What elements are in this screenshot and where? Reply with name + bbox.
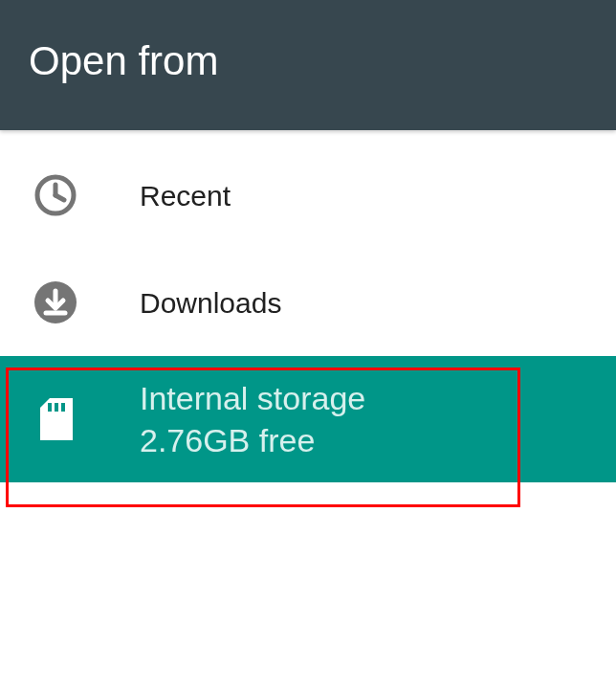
list-item-label: Internal storage bbox=[140, 377, 365, 419]
list-item-internal-storage[interactable]: Internal storage 2.76GB free bbox=[0, 356, 616, 482]
clock-icon bbox=[29, 168, 82, 222]
list-item-recent[interactable]: Recent bbox=[0, 142, 616, 249]
list-item-labels: Recent bbox=[140, 177, 231, 214]
storage-location-list: Recent Downloads Internal storage bbox=[0, 130, 616, 482]
sdcard-icon bbox=[29, 392, 82, 446]
list-item-label: Recent bbox=[140, 177, 231, 214]
list-item-labels: Downloads bbox=[140, 284, 281, 322]
svg-line-2 bbox=[55, 195, 64, 200]
page-title: Open from bbox=[29, 38, 587, 84]
list-item-downloads[interactable]: Downloads bbox=[0, 249, 616, 356]
svg-rect-8 bbox=[61, 403, 65, 412]
open-from-header: Open from bbox=[0, 0, 616, 130]
svg-rect-6 bbox=[48, 403, 52, 412]
download-icon bbox=[29, 276, 82, 329]
svg-rect-7 bbox=[55, 403, 58, 412]
list-item-sublabel: 2.76GB free bbox=[140, 419, 365, 461]
list-item-labels: Internal storage 2.76GB free bbox=[140, 377, 365, 461]
list-item-label: Downloads bbox=[140, 284, 281, 322]
